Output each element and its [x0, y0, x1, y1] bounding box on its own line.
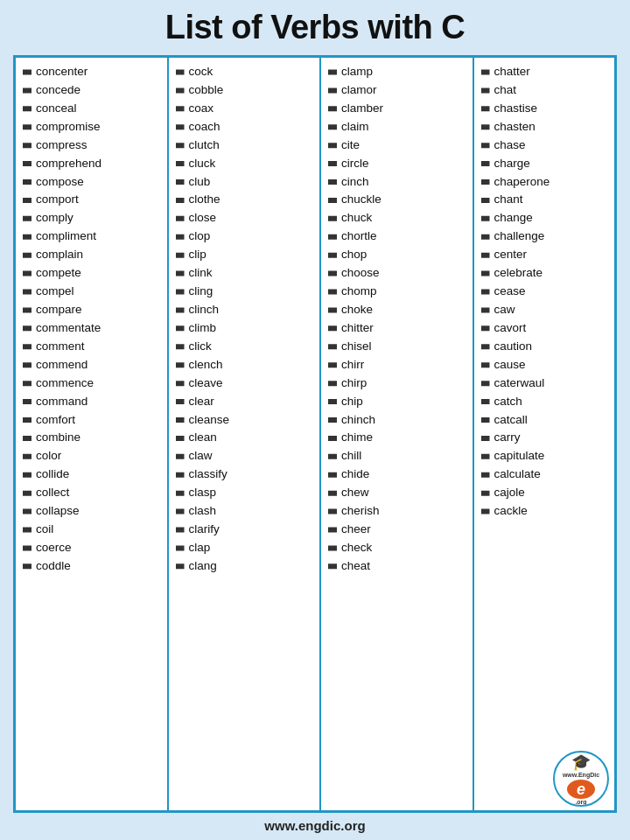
word-label: cavort: [494, 319, 527, 338]
word-label: calculate: [494, 466, 541, 484]
list-item: circle: [328, 155, 469, 173]
word-label: charge: [494, 155, 530, 173]
list-item: compete: [23, 264, 164, 283]
bullet-icon: [23, 526, 32, 535]
list-item: chatter: [481, 63, 612, 81]
word-label: cackle: [494, 502, 528, 521]
list-item: clutch: [176, 136, 317, 155]
column-1: concenterconcedeconcealcompromisecompres…: [16, 58, 169, 810]
bullet-icon: [23, 159, 32, 168]
bullet-icon: [328, 233, 337, 242]
list-item: collapse: [23, 502, 164, 521]
bullet-icon: [23, 122, 32, 131]
bullet-icon: [23, 562, 32, 570]
bullet-icon: [328, 360, 337, 369]
bullet-icon: [328, 196, 337, 205]
list-item: cleanse: [176, 411, 317, 430]
word-label: command: [36, 393, 88, 411]
list-item: chinch: [328, 411, 469, 430]
list-item: chant: [481, 191, 612, 209]
bullet-icon: [176, 104, 185, 113]
word-label: catch: [494, 393, 522, 411]
word-label: clip: [189, 246, 206, 264]
word-label: compete: [36, 264, 81, 283]
bullet-icon: [481, 104, 490, 113]
bullet-icon: [328, 543, 337, 552]
list-item: cackle: [481, 502, 612, 521]
list-item: coerce: [23, 539, 164, 557]
list-item: clop: [176, 228, 317, 246]
list-item: chat: [481, 81, 612, 100]
bullet-icon: [23, 543, 32, 552]
word-label: comment: [36, 338, 85, 356]
word-label: complain: [36, 246, 83, 264]
bullet-icon: [328, 379, 337, 388]
list-item: comprehend: [23, 155, 164, 173]
list-item: compromise: [23, 118, 164, 136]
list-item: check: [328, 539, 469, 557]
word-label: commentate: [36, 319, 101, 338]
list-item: change: [481, 209, 612, 228]
list-item: clean: [176, 429, 317, 447]
word-label: collect: [36, 484, 69, 502]
list-item: caution: [481, 338, 612, 356]
word-label: cinch: [341, 173, 369, 192]
bullet-icon: [23, 324, 32, 332]
list-item: coil: [23, 521, 164, 539]
bullet-icon: [23, 104, 32, 113]
list-item: clip: [176, 246, 317, 264]
word-label: cite: [341, 136, 360, 155]
list-item: commend: [23, 356, 164, 374]
word-label: cease: [494, 283, 526, 301]
list-item: chomp: [328, 283, 469, 301]
word-label: coach: [189, 118, 220, 136]
word-label: check: [341, 539, 372, 557]
bullet-icon: [481, 122, 490, 131]
word-label: comport: [36, 191, 79, 209]
bullet-icon: [328, 104, 337, 113]
word-label: clench: [189, 356, 223, 374]
bullet-icon: [328, 526, 337, 535]
bullet-icon: [328, 122, 337, 131]
list-item: close: [176, 209, 317, 228]
word-label: cheer: [341, 521, 371, 539]
word-label: chisel: [341, 338, 372, 356]
word-label: caution: [494, 338, 533, 356]
list-item: chaperone: [481, 173, 612, 192]
column-4: chatterchatchastisechastenchasechargecha…: [474, 58, 615, 810]
bullet-icon: [328, 305, 337, 314]
list-item: color: [23, 447, 164, 466]
list-item: clinch: [176, 301, 317, 319]
word-label: coerce: [36, 539, 72, 557]
bullet-icon: [328, 434, 337, 443]
word-label: chirp: [341, 374, 367, 393]
bullet-icon: [23, 86, 32, 94]
list-item: cobble: [176, 81, 317, 100]
list-item: chastise: [481, 100, 612, 118]
word-label: cock: [189, 63, 214, 81]
word-label: compliment: [36, 228, 96, 246]
list-item: cluck: [176, 155, 317, 173]
bullet-icon: [23, 342, 32, 351]
list-item: clamp: [328, 63, 469, 81]
list-item: climb: [176, 319, 317, 338]
list-item: coddle: [23, 557, 164, 576]
word-label: commence: [36, 374, 94, 393]
list-item: cinch: [328, 173, 469, 192]
word-label: chomp: [341, 283, 377, 301]
word-label: cleanse: [189, 411, 230, 430]
bullet-icon: [176, 288, 185, 297]
list-item: compose: [23, 173, 164, 192]
list-item: chortle: [328, 228, 469, 246]
list-item: calculate: [481, 466, 612, 484]
list-item: chirp: [328, 374, 469, 393]
word-label: chaperone: [494, 173, 550, 192]
word-label: classify: [189, 466, 228, 484]
word-label: comply: [36, 209, 74, 228]
word-label: concenter: [36, 63, 88, 81]
list-item: command: [23, 393, 164, 411]
list-item: clear: [176, 393, 317, 411]
list-item: compare: [23, 301, 164, 319]
word-label: chatter: [494, 63, 530, 81]
list-item: coax: [176, 100, 317, 118]
